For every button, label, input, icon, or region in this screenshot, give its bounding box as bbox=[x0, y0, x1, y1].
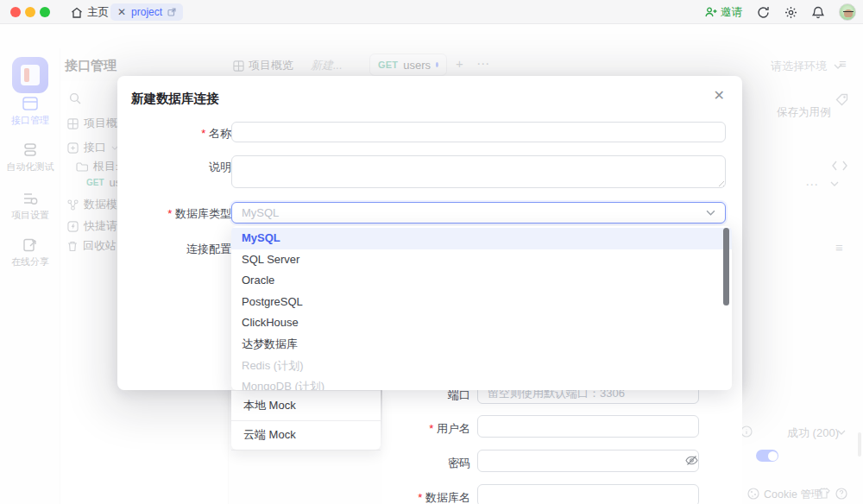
titlebar-right: 邀请 bbox=[705, 0, 856, 24]
dbtype-dropdown: MySQL SQL Server Oracle PostgreSQL Click… bbox=[231, 226, 732, 390]
list-item-local-mock[interactable]: 本地 Mock bbox=[231, 391, 381, 421]
user-label: 用户名 bbox=[382, 421, 470, 437]
bell-icon[interactable] bbox=[812, 6, 824, 19]
option-postgresql[interactable]: PostgreSQL bbox=[231, 292, 732, 313]
modal-title: 新建数据库连接 bbox=[131, 91, 219, 107]
sync-icon[interactable] bbox=[757, 6, 770, 19]
dbname-label: 数据库名 bbox=[382, 490, 470, 504]
dbtype-label: 数据库类型 bbox=[128, 206, 231, 222]
open-external-icon[interactable] bbox=[167, 8, 176, 16]
desc-textarea[interactable] bbox=[231, 155, 726, 188]
avatar[interactable] bbox=[839, 3, 856, 21]
conn-config-label: 连接配置 bbox=[128, 242, 231, 257]
project-tab[interactable]: ✕ project bbox=[110, 3, 183, 21]
password-label: 密码 bbox=[382, 456, 470, 471]
home-tab[interactable]: 主页 bbox=[71, 4, 109, 20]
dbtype-select[interactable]: MySQL bbox=[231, 202, 726, 224]
name-input[interactable] bbox=[231, 122, 726, 142]
dbtype-placeholder: MySQL bbox=[242, 206, 279, 219]
option-mysql[interactable]: MySQL bbox=[231, 228, 732, 249]
close-icon[interactable]: ✕ bbox=[714, 89, 725, 103]
option-dameng[interactable]: 达梦数据库 bbox=[231, 334, 732, 356]
person-plus-icon bbox=[705, 7, 717, 17]
home-icon bbox=[71, 7, 83, 18]
minimize-window-button[interactable] bbox=[25, 7, 35, 17]
eye-slash-icon[interactable] bbox=[685, 455, 698, 466]
list-item-cloud-mock[interactable]: 云端 Mock bbox=[231, 421, 381, 451]
username-input[interactable] bbox=[477, 415, 699, 438]
dbtype-options: MySQL SQL Server Oracle PostgreSQL Click… bbox=[231, 226, 732, 390]
option-oracle[interactable]: Oracle bbox=[231, 270, 732, 292]
dbname-input[interactable] bbox=[477, 484, 699, 504]
gear-icon[interactable] bbox=[784, 6, 797, 19]
option-clickhouse[interactable]: ClickHouse bbox=[231, 312, 732, 334]
zoom-window-button[interactable] bbox=[40, 7, 50, 17]
invite-button[interactable]: 邀请 bbox=[705, 5, 742, 20]
option-sqlserver[interactable]: SQL Server bbox=[231, 249, 732, 271]
desc-label: 说明 bbox=[128, 160, 231, 175]
name-label: 名称 bbox=[128, 126, 231, 142]
close-tab-icon[interactable]: ✕ bbox=[117, 6, 126, 18]
option-mongodb-planned: MongoDB (计划) bbox=[231, 376, 732, 390]
close-window-button[interactable] bbox=[10, 7, 21, 17]
titlebar: 主页 ✕ project 邀请 bbox=[0, 0, 863, 24]
option-redis-planned: Redis (计划) bbox=[231, 356, 732, 377]
mock-list-panel: 本地 Mock 云端 Mock bbox=[231, 390, 381, 450]
password-input[interactable] bbox=[477, 450, 699, 472]
dropdown-scrollbar[interactable] bbox=[723, 228, 729, 306]
chevron-down-icon bbox=[706, 210, 715, 216]
